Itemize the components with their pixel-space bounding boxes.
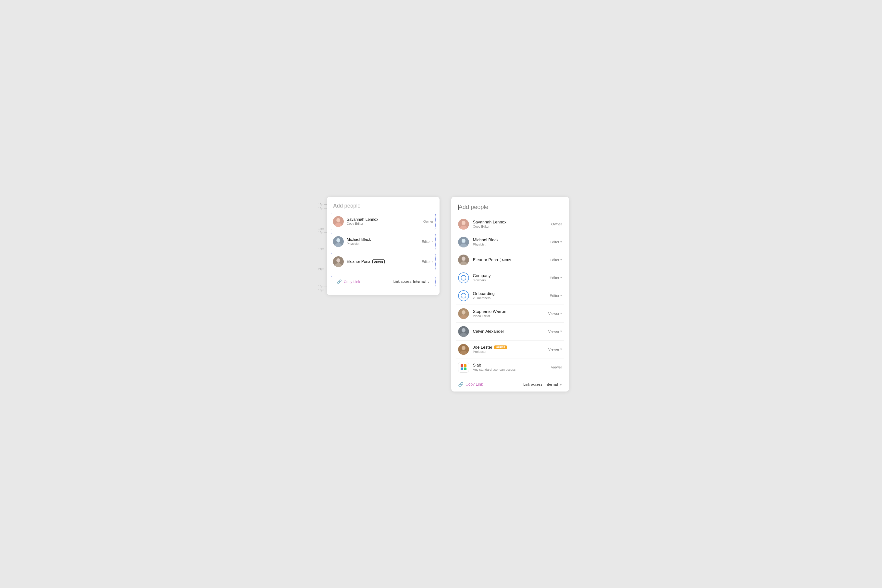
right-row-stephanie[interactable]: Stephanie Warren Video Editor Viewer ∨ — [456, 305, 564, 322]
ann-16-top: 16px — [318, 202, 327, 207]
right-slab-access: Viewer — [551, 365, 562, 369]
right-avatar-michael — [458, 237, 469, 248]
right-link-access-chevron-icon: ∨ — [560, 383, 562, 386]
spacer-12-2 — [331, 250, 436, 253]
right-michael-access[interactable]: Editor ∨ — [550, 240, 562, 244]
right-row-onboarding[interactable]: Onboarding 23 members Editor ∨ — [456, 287, 564, 305]
ann-label: 16px — [318, 231, 324, 234]
right-avatar-onboarding — [458, 290, 469, 301]
right-onboarding-info: Onboarding 23 members — [473, 291, 550, 300]
onboarding-icon — [460, 293, 466, 298]
ann-label: 16px — [318, 289, 324, 291]
slab-logo-icon — [460, 364, 467, 371]
right-company-sub: 3 owners — [473, 278, 550, 282]
right-avatar-stephanie — [458, 308, 469, 319]
right-row-calvin[interactable]: Calvin Alexander Viewer ∨ — [456, 322, 564, 340]
right-copy-link-row[interactable]: 🔗 Copy Link Link access: Internal ∨ — [451, 377, 569, 392]
svg-point-11 — [337, 258, 340, 262]
svg-point-24 — [461, 275, 466, 280]
right-onboarding-access[interactable]: Editor ∨ — [550, 294, 562, 298]
right-eleanor-access[interactable]: Editor ∨ — [550, 258, 562, 262]
right-eleanor-access-label: Editor — [550, 258, 560, 262]
svg-rect-38 — [460, 364, 463, 367]
eleanor-access[interactable]: Editor ∨ — [422, 260, 434, 264]
right-savannah-access-label: Owner — [551, 222, 562, 226]
avatar-savannah — [333, 216, 344, 227]
right-onboarding-access-label: Editor — [550, 294, 560, 298]
left-panel-wrapper: 16px 16px 12px 16px — [313, 197, 440, 295]
left-panel-header: Add people — [327, 197, 440, 213]
right-michael-svg — [458, 237, 469, 248]
eleanor-name: Eleanor Pena — [346, 260, 370, 264]
left-copy-link-row[interactable]: 🔗 Copy Link Link access: Internal ∨ — [331, 276, 436, 287]
ann-16-4: 16px — [318, 288, 327, 292]
right-row-joe[interactable]: Joe Lester GUEST Professor Viewer ∨ — [456, 340, 564, 358]
left-panel: Add people Savannah Lennox — [327, 197, 440, 295]
svg-point-37 — [462, 346, 465, 350]
savannah-info: Savannah Lennox Copy Editor — [346, 218, 423, 225]
svg-point-23 — [462, 257, 465, 260]
link-access-left[interactable]: Link access: Internal ∨ — [393, 279, 429, 284]
right-row-savannah[interactable]: Savannah Lennox Copy Editor Owner — [456, 215, 564, 233]
svg-point-33 — [462, 328, 465, 332]
ann-label: 12px — [318, 248, 324, 250]
right-company-access-label: Editor — [550, 276, 560, 280]
ann-line — [324, 269, 327, 269]
eleanor-avatar-svg — [333, 256, 344, 267]
right-link-access[interactable]: Link access: Internal ∨ — [524, 382, 562, 386]
right-stephanie-access[interactable]: Viewer ∨ — [548, 311, 562, 315]
spacer-12-1 — [331, 230, 436, 233]
right-calvin-access-label: Viewer — [548, 329, 560, 333]
annotation-column: 16px 16px 12px 16px — [313, 197, 327, 292]
right-eleanor-svg — [458, 255, 469, 266]
ann-16-3: 16px — [318, 285, 327, 288]
right-savannah-info: Savannah Lennox Copy Editor — [473, 220, 551, 228]
right-savannah-name: Savannah Lennox — [473, 220, 551, 225]
right-row-michael[interactable]: Michael Black Physicist Editor ∨ — [456, 233, 564, 251]
right-joe-name: Joe Lester — [473, 345, 492, 350]
left-row-michael[interactable]: Michael Black Physicist Editor ∨ — [331, 233, 436, 250]
right-michael-info: Michael Black Physicist — [473, 238, 550, 246]
right-eleanor-name-row: Eleanor Pena ADMIN — [473, 258, 550, 262]
eleanor-name-row: Eleanor Pena ADMIN — [346, 260, 422, 264]
right-calvin-info: Calvin Alexander — [473, 329, 548, 334]
savannah-name: Savannah Lennox — [346, 218, 423, 222]
right-row-eleanor[interactable]: Eleanor Pena ADMIN Editor ∨ — [456, 251, 564, 269]
copy-link-label[interactable]: Copy Link — [344, 279, 360, 284]
right-stephanie-info: Stephanie Warren Video Editor — [473, 309, 548, 318]
right-avatar-eleanor — [458, 255, 469, 266]
left-row-savannah[interactable]: Savannah Lennox Copy Editor Owner — [331, 213, 436, 230]
right-joe-access[interactable]: Viewer ∨ — [548, 347, 562, 351]
right-company-access[interactable]: Editor ∨ — [550, 276, 562, 280]
right-company-name: Company — [473, 273, 550, 278]
michael-access[interactable]: Editor ∨ — [422, 240, 434, 243]
svg-rect-40 — [460, 368, 463, 370]
savannah-access-label: Owner — [423, 219, 434, 224]
avatar-michael — [333, 236, 344, 247]
right-avatar-savannah — [458, 219, 469, 230]
left-row-eleanor[interactable]: Eleanor Pena ADMIN Editor ∨ — [331, 253, 436, 270]
right-stephanie-sub: Video Editor — [473, 314, 548, 318]
right-calvin-access[interactable]: Viewer ∨ — [548, 329, 562, 333]
main-container: 16px 16px 12px 16px — [313, 197, 569, 392]
right-row-slab[interactable]: Slab Any standard user can access Viewer — [456, 358, 564, 376]
copy-link-icon: 🔗 — [337, 279, 342, 284]
right-eleanor-chevron-icon: ∨ — [560, 258, 562, 261]
michael-info: Michael Black Physicist — [346, 237, 422, 246]
right-copy-link-label[interactable]: Copy Link — [465, 382, 483, 387]
svg-point-7 — [337, 238, 340, 242]
michael-access-label: Editor — [422, 240, 431, 243]
eleanor-chevron-icon: ∨ — [432, 260, 434, 263]
right-slab-sub: Any standard user can access — [473, 368, 551, 371]
ann-12-2: 12px — [318, 248, 327, 250]
right-eleanor-admin-badge: ADMIN — [500, 258, 512, 262]
michael-name: Michael Black — [346, 237, 422, 242]
ann-label: 12px — [318, 228, 324, 230]
right-row-company[interactable]: Company 3 owners Editor ∨ — [456, 269, 564, 287]
link-access-value: Internal — [413, 279, 426, 284]
right-savannah-sub: Copy Editor — [473, 225, 551, 228]
right-avatar-calvin — [458, 326, 469, 337]
right-onboarding-chevron-icon: ∨ — [560, 294, 562, 297]
right-slab-info: Slab Any standard user can access — [473, 363, 551, 371]
right-onboarding-sub: 23 members — [473, 296, 550, 300]
